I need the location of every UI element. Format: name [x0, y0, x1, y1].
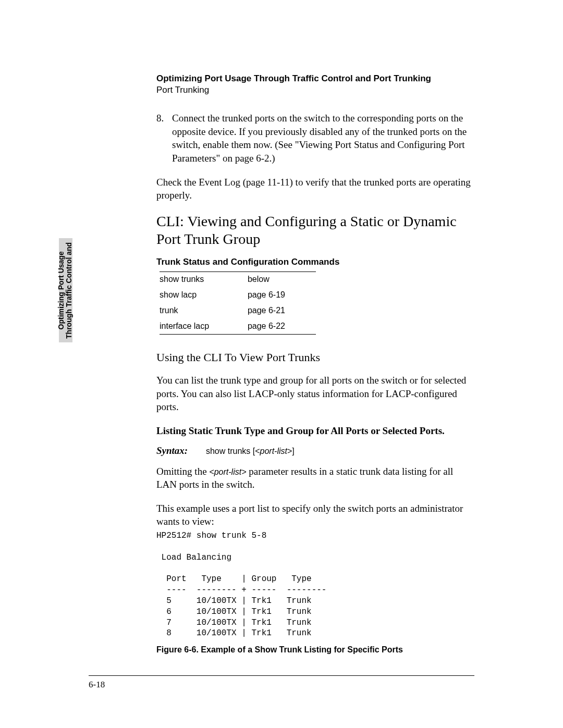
chapter-subtitle: Port Trunking [156, 84, 474, 96]
listing-heading: Listing Static Trunk Type and Group for … [156, 424, 474, 438]
ref-cell: page 6-21 [248, 303, 316, 319]
subsection-heading-using-cli: Using the CLI To View Port Trunks [156, 350, 474, 365]
cli-output: HP2512# show trunk 5-8 Load Balancing Po… [156, 530, 474, 639]
page-number: 6-18 [89, 680, 105, 690]
ref-cell: below [248, 272, 316, 288]
omit-italic: <port-list> [209, 467, 246, 476]
syntax-cmd-pre: show trunks [< [206, 447, 260, 455]
table-row: show lacp page 6-19 [160, 288, 316, 303]
example-para: This example uses a port list to specify… [156, 502, 474, 528]
syntax-label: Syntax: [156, 445, 188, 456]
cmd-cell: show trunks [160, 272, 248, 288]
step-number: 8. [156, 112, 172, 165]
cmd-cell: show lacp [160, 288, 248, 303]
ref-cell: page 6-19 [248, 288, 316, 303]
cmd-cell: trunk [160, 303, 248, 319]
table-row: show trunks below [160, 272, 316, 288]
check-event-log-text: Check the Event Log (page 11-11) to veri… [156, 176, 474, 202]
syntax-cmd-italic: port-list [260, 447, 287, 455]
syntax-line: Syntax: show trunks [<port-list>] [156, 445, 474, 456]
omit-pre: Omitting the [156, 466, 209, 477]
page-content: Optimizing Port Usage Through Traffic Co… [0, 0, 563, 728]
omit-para: Omitting the <port-list> parameter resul… [156, 465, 474, 491]
ref-cell: page 6-22 [248, 319, 316, 335]
table-row: interface lacp page 6-22 [160, 319, 316, 335]
footer-rule [89, 675, 474, 676]
running-header: Optimizing Port Usage Through Traffic Co… [156, 73, 474, 96]
commands-table-title: Trunk Status and Configuration Commands [156, 257, 474, 267]
syntax-cmd-post: >] [287, 447, 295, 455]
using-cli-para: You can list the trunk type and group fo… [156, 374, 474, 414]
step-text: Connect the trunked ports on the switch … [172, 112, 474, 165]
table-row: trunk page 6-21 [160, 303, 316, 319]
chapter-title: Optimizing Port Usage Through Traffic Co… [156, 73, 474, 84]
commands-table: show trunks below show lacp page 6-19 tr… [160, 272, 316, 335]
figure-caption: Figure 6-6. Example of a Show Trunk List… [156, 645, 474, 655]
cmd-cell: interface lacp [160, 319, 248, 335]
section-heading-cli: CLI: Viewing and Configuring a Static or… [156, 213, 474, 248]
step-8: 8. Connect the trunked ports on the swit… [156, 112, 474, 165]
